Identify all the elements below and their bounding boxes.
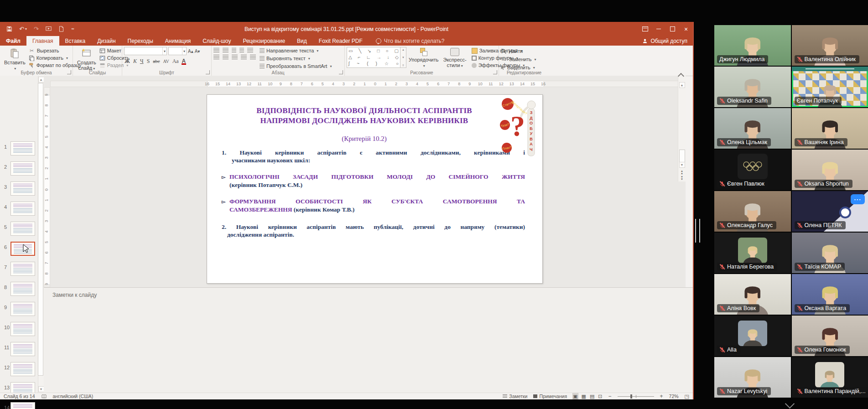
font-name-combo[interactable]: ▾ — [124, 47, 167, 55]
increase-font-button[interactable]: А▴ — [188, 49, 193, 54]
clipboard-dialog-launcher[interactable] — [67, 70, 71, 74]
change-case-button[interactable]: Аа — [172, 58, 179, 65]
font-color-button[interactable]: А — [182, 58, 187, 64]
slide-thumbnail-9[interactable]: 9 — [0, 301, 44, 318]
line-spacing-button[interactable] — [247, 48, 253, 53]
tab-рецензирование[interactable]: Рецензирование — [237, 36, 291, 46]
justify-button[interactable] — [241, 55, 247, 60]
slide-thumbnail-4[interactable]: 4 — [0, 201, 44, 218]
bold-button[interactable]: Ж — [124, 58, 130, 65]
decrease-indent-button[interactable] — [232, 48, 236, 53]
shape-icon[interactable]: △ — [348, 55, 352, 60]
shape-icon[interactable]: □ — [377, 48, 380, 54]
maximize-button[interactable] — [665, 22, 679, 36]
scroll-up-arrow[interactable]: ▲ — [38, 77, 44, 83]
normal-view-button[interactable]: ▣ — [573, 393, 577, 399]
columns-button[interactable] — [250, 55, 256, 60]
shape-icon[interactable]: ↘ — [367, 48, 371, 54]
shape-icon[interactable]: ╲ — [359, 48, 361, 54]
align-left-button[interactable] — [213, 55, 219, 60]
participant-tile[interactable]: Oksana Shportun — [792, 150, 868, 190]
shape-icon[interactable]: ~ — [357, 61, 359, 67]
shape-icon[interactable]: ⌐ — [358, 55, 360, 60]
tab-слайд-шоу[interactable]: Слайд-шоу — [197, 36, 237, 46]
paragraph-dialog-launcher[interactable] — [339, 70, 343, 74]
scroll-down-arrow[interactable]: ▼ — [679, 162, 685, 168]
participant-tile[interactable]: Джигун Людмила — [714, 25, 791, 66]
slide-thumbnail-14[interactable]: 14 — [0, 401, 44, 409]
character-spacing-button[interactable]: AV — [163, 59, 170, 64]
undo-button[interactable]: ↶▾ — [19, 26, 27, 32]
window-resize-handle[interactable] — [695, 219, 700, 243]
font-size-combo[interactable]: ▾ — [168, 47, 187, 55]
participant-tile[interactable]: Олена Гомонюк — [792, 316, 868, 356]
increase-indent-button[interactable] — [239, 48, 244, 53]
fit-to-window-button[interactable]: ◳ — [685, 393, 689, 399]
slide-thumbnail-10[interactable]: 10 — [0, 321, 44, 338]
start-slideshow-button[interactable] — [46, 26, 52, 32]
horizontal-ruler[interactable]: 1615141312111098765432101234567891011121… — [50, 81, 686, 87]
tell-me-search[interactable]: Что вы хотите сделать? — [376, 36, 445, 46]
shapes-gallery-scroll[interactable]: ▲▼≡ — [400, 47, 406, 68]
slide-number-indicator[interactable]: Слайд 6 из 14 — [4, 393, 35, 399]
spellcheck-icon[interactable] — [42, 394, 47, 399]
slide-thumbnail-1[interactable]: 1 — [0, 140, 44, 158]
slide-thumbnail-7[interactable]: 7 — [0, 261, 44, 278]
redo-button[interactable]: ↷ — [34, 26, 39, 32]
ribbon-display-options-button[interactable] — [638, 22, 652, 36]
align-text-button[interactable]: Выровнять текст▾ — [260, 55, 332, 62]
slide-thumbnail-12[interactable]: 12 — [0, 361, 44, 378]
smartart-button[interactable]: Преобразовать в SmartArt▾ — [260, 62, 332, 70]
decrease-font-button[interactable]: А▾ — [195, 49, 200, 54]
tab-дизайн[interactable]: Дизайн — [91, 36, 121, 46]
slide-thumbnail-5[interactable]: 5 — [0, 221, 44, 238]
drawing-dialog-launcher[interactable] — [493, 70, 497, 74]
shape-icon[interactable]: ↓ — [387, 55, 389, 60]
shape-icon[interactable]: ∟ — [366, 55, 371, 60]
tab-file[interactable]: Файл — [0, 36, 26, 46]
zoom-slider[interactable] — [618, 393, 654, 399]
reading-view-button[interactable]: ▤ — [590, 393, 594, 399]
language-indicator[interactable]: английский (США) — [53, 393, 94, 399]
participant-tile[interactable]: ···Олена ПЕТЯК — [792, 191, 868, 232]
comments-toggle-button[interactable]: Примечания — [533, 393, 567, 399]
notes-toggle-button[interactable]: Заметки — [503, 393, 527, 399]
zoom-in-button[interactable]: + — [660, 393, 663, 399]
shape-icon[interactable]: → — [377, 55, 381, 60]
participant-tile[interactable]: Олена Цільмак — [714, 108, 791, 149]
next-slide-button[interactable]: ▼▼ — [681, 176, 683, 181]
slide-sorter-view-button[interactable]: ▦ — [582, 393, 586, 399]
bullets-button[interactable] — [213, 48, 219, 53]
save-button[interactable] — [6, 26, 12, 32]
slide-thumbnail-11[interactable]: 11 — [0, 341, 44, 358]
new-document-button[interactable] — [58, 26, 64, 32]
participant-tile[interactable]: Олександр Галус — [714, 191, 791, 232]
participant-tile[interactable]: Alla — [714, 316, 791, 356]
participant-tile[interactable]: Таїсія КОМАР — [792, 233, 868, 273]
slide-thumbnail-2[interactable]: 2 — [0, 160, 44, 178]
tab-анимация[interactable]: Анимация — [159, 36, 197, 46]
font-dialog-launcher[interactable] — [206, 70, 210, 74]
participant-tile[interactable]: Oleksandr Safin — [714, 67, 791, 107]
replace-button[interactable]: abЗаменить▾ — [501, 56, 547, 63]
slide-thumbnail-3[interactable]: 3 — [0, 181, 44, 198]
participant-tile[interactable]: Оксана Варгата — [792, 274, 868, 315]
numbering-button[interactable] — [223, 48, 229, 53]
participant-tile[interactable]: Вашеняк Ірина — [792, 108, 868, 149]
slide[interactable]: ВІДПОВІДНІСТЬ НАУКОВОЇ ДІЯЛЬНОСТІ АСПІРА… — [207, 94, 543, 284]
italic-button[interactable]: К — [133, 58, 137, 65]
slide-thumbnail-8[interactable]: 8 — [0, 281, 44, 298]
text-shadow-button[interactable]: S — [146, 58, 151, 65]
shape-icon[interactable]: ▢ — [395, 48, 399, 54]
participant-tile[interactable]: Валентина Парандій,... — [792, 357, 868, 398]
notes-pane[interactable]: Заметки к слайду — [44, 287, 693, 393]
customize-qat-button[interactable]: ≂ — [71, 26, 75, 32]
arrange-button[interactable]: Упорядочить▾ — [406, 47, 441, 70]
chevron-down-icon[interactable] — [785, 399, 795, 409]
paste-button[interactable]: Вставить▾ — [2, 47, 28, 72]
shape-icon[interactable]: ○ — [386, 48, 389, 54]
scroll-up-arrow[interactable]: ▲ — [679, 82, 685, 88]
zoom-level[interactable]: 72% — [669, 393, 679, 399]
vertical-ruler[interactable]: 9876543210123456789 — [44, 87, 50, 287]
new-slide-button[interactable]: Создатьслайд▾ — [75, 47, 99, 72]
